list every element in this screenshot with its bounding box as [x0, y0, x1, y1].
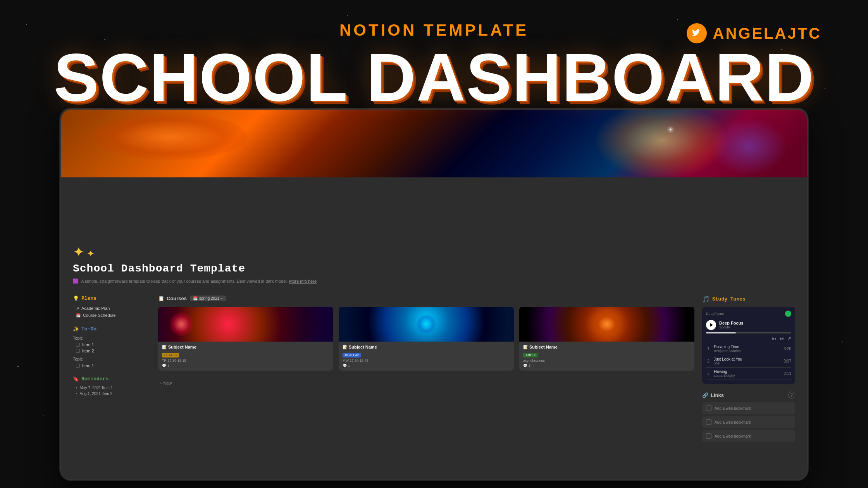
- schedule-label: Course Schedule: [83, 313, 115, 318]
- bookmark-3[interactable]: Add a web bookmark: [702, 430, 795, 442]
- plan-item-academic[interactable]: ↗ Academic Plan: [73, 305, 150, 311]
- course-card-3-name: 📝 Subject Name: [523, 345, 691, 349]
- course-2-name-text: Subject Name: [349, 345, 377, 349]
- todo-item-1-2[interactable]: Item 2: [73, 348, 150, 354]
- track-1-artist: Benjamin Martins: [714, 349, 781, 353]
- course-1-name-text: Subject Name: [168, 345, 196, 349]
- plan-item-schedule[interactable]: 📅 Course Schedule: [73, 312, 150, 318]
- course-2-emoji: 📝: [343, 345, 347, 349]
- track-1-details: Escaping Time Benjamin Martins: [714, 345, 781, 353]
- track-2-artist: 369: [714, 361, 781, 365]
- study-tunes-title: Study Tunes: [712, 296, 746, 302]
- track-1-duration: 3:20: [784, 347, 791, 351]
- links-header: 🔗 Links ?: [702, 392, 795, 399]
- checkbox-2-1[interactable]: [76, 364, 80, 368]
- add-new-button[interactable]: + New: [158, 378, 694, 388]
- track-item-2[interactable]: 2 Just Look at You 369 3:07: [706, 355, 791, 368]
- track-1-num: 1: [706, 347, 711, 351]
- todo-item-2-1[interactable]: Item 1: [73, 363, 150, 368]
- course-card-1-info: 📝 Subject Name BLAH S TR 12:30-15:15 💬1: [158, 342, 333, 371]
- left-column: 💡 Plans ↗ Academic Plan 📅 Course Schedul…: [73, 296, 150, 475]
- progress-bar-fill: [706, 332, 736, 333]
- courses-label: Courses: [167, 296, 187, 301]
- now-playing-title: Deep Focus: [719, 321, 743, 325]
- links-section: 🔗 Links ? Add a web bookmark: [702, 392, 795, 442]
- track-2-duration: 3:07: [784, 359, 791, 363]
- courses-title: 📋 Courses: [158, 296, 187, 301]
- course-card-2[interactable]: 📝 Subject Name BLAH 42 MW 17:30-18:45 💬1: [339, 307, 514, 371]
- courses-icon: 📋: [158, 296, 164, 301]
- track-2-title: Just Look at You: [714, 357, 781, 361]
- course-1-comments: 💬1: [162, 364, 329, 368]
- course-3-time: asynchronous: [523, 359, 691, 363]
- right-column: 🎵 Study Tunes DeepFocus: [702, 296, 795, 475]
- reminders-header: 🔖 Reminders: [73, 376, 150, 382]
- course-3-comments: 💬1: [523, 364, 691, 368]
- school-dashboard-title: SCHOOL DASHBOARD: [53, 43, 815, 111]
- page-title-area: School Dashboard Template 🟪 A simple, st…: [73, 263, 795, 284]
- course-1-tag: BLAH S: [162, 353, 179, 357]
- play-triangle-icon: [710, 323, 713, 327]
- bookmark-1[interactable]: Add a web bookmark: [702, 402, 795, 414]
- reminder-2-text: Aug 1, 2021 Item 2: [80, 392, 113, 396]
- bookmark-2-icon: [706, 419, 711, 425]
- track-list: 1 Escaping Time Benjamin Martins 3:20 2: [706, 343, 791, 380]
- next-button[interactable]: ⏭: [780, 336, 784, 341]
- courses-filter[interactable]: 📅 spring 2021 ▾: [190, 296, 226, 301]
- links-title: 🔗 Links: [702, 392, 724, 398]
- notion-page: ✦ ✦ School Dashboard Template 🟪 A simple…: [61, 110, 807, 479]
- page-subtitle-text: A simple, straightforward template to ke…: [81, 279, 287, 284]
- track-item-3[interactable]: 3 Flowing Lucas Delphy 2:11: [706, 368, 791, 380]
- play-button[interactable]: [706, 320, 716, 330]
- reminder-1: • May 7, 2021 Item 1: [73, 386, 150, 390]
- spotify-player: DeepFocus Deep Focus Spotify: [702, 307, 795, 384]
- course-3-tag: ABC 2: [523, 353, 538, 357]
- spotify-track-info: Deep Focus Spotify: [706, 320, 791, 330]
- track-item-1[interactable]: 1 Escaping Time Benjamin Martins 3:20: [706, 343, 791, 355]
- course-3-emoji: 📝: [523, 345, 528, 349]
- course-2-tag: BLAH 42: [343, 353, 361, 357]
- track-2-details: Just Look at You 369: [714, 357, 781, 365]
- reminder-1-text: May 7, 2021 Item 1: [80, 386, 113, 390]
- course-2-comments: 💬1: [343, 364, 510, 368]
- todo-label-1-1: Item 1: [82, 342, 94, 347]
- course-card-1-name: 📝 Subject Name: [162, 345, 329, 349]
- help-button[interactable]: ?: [788, 392, 795, 399]
- header-area: NOTION TEMPLATE SCHOOL DASHBOARD: [0, 0, 868, 120]
- player-controls: ⏮ ⏭ ↗: [706, 336, 791, 341]
- filter-chevron: ▾: [221, 297, 223, 301]
- plans-icon: 💡: [73, 296, 79, 301]
- todo-topic-2: Topic: [73, 357, 150, 361]
- bookmark-3-label: Add a web bookmark: [715, 434, 751, 438]
- todo-label-2-1: Item 1: [82, 363, 94, 368]
- reminder-2: • Aug 1, 2021 Item 2: [73, 392, 150, 396]
- progress-bar[interactable]: [706, 332, 791, 333]
- schedule-icon: 📅: [76, 313, 81, 318]
- share-button[interactable]: ↗: [787, 336, 791, 341]
- prev-button[interactable]: ⏮: [772, 336, 777, 341]
- checkbox-1-2[interactable]: [76, 349, 80, 353]
- track-1-title: Escaping Time: [714, 345, 781, 349]
- track-text-area: Deep Focus Spotify: [719, 321, 743, 329]
- todo-item-1-1[interactable]: Item 1: [73, 342, 150, 347]
- spotify-header: DeepFocus: [706, 311, 791, 317]
- course-card-2-name: 📝 Subject Name: [343, 345, 510, 349]
- now-playing-platform: Spotify: [719, 325, 743, 329]
- checkbox-1-1[interactable]: [76, 343, 80, 347]
- track-2-num: 2: [706, 359, 711, 363]
- add-new-label: + New: [160, 381, 172, 385]
- bookmark-1-icon: [706, 406, 711, 411]
- bookmark-2-label: Add a web bookmark: [715, 420, 751, 424]
- course-card-2-image: [339, 307, 514, 342]
- more-info-link[interactable]: More info here: [289, 279, 317, 284]
- course-3-name-text: Subject Name: [529, 345, 558, 349]
- course-card-3[interactable]: 📝 Subject Name ABC 2 asynchronous 💬1: [519, 307, 694, 371]
- course-card-2-info: 📝 Subject Name BLAH 42 MW 17:30-18:45 💬1: [339, 342, 514, 371]
- bookmark-3-icon: [706, 433, 711, 439]
- todo-section: ✨ To-Do Topic Item 1: [73, 326, 150, 368]
- course-2-time: MW 17:30-18:45: [343, 359, 510, 363]
- course-card-1[interactable]: 📝 Subject Name BLAH S TR 12:30-15:15 💬1: [158, 307, 333, 371]
- todo-label-1-2: Item 2: [82, 349, 94, 353]
- reminders-section: 🔖 Reminders • May 7, 2021 Item 1 • Aug 1…: [73, 376, 150, 396]
- bookmark-2[interactable]: Add a web bookmark: [702, 416, 795, 428]
